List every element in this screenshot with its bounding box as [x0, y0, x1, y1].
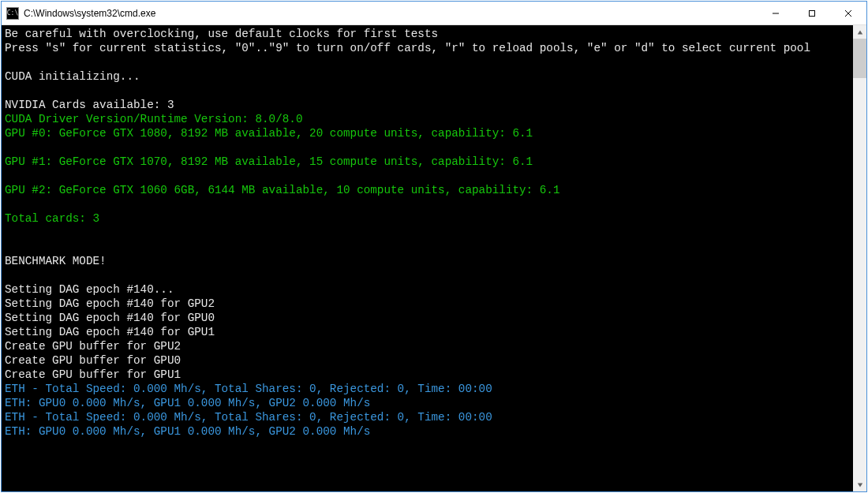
terminal-line: Press "s" for current statistics, "0".."…	[5, 41, 853, 55]
terminal-line: Create GPU buffer for GPU1	[5, 368, 853, 382]
terminal-line	[5, 197, 853, 211]
terminal-line: Create GPU buffer for GPU0	[5, 353, 853, 368]
terminal-line: CUDA initializing...	[5, 69, 853, 84]
terminal-line	[5, 226, 853, 240]
terminal-line: Setting DAG epoch #140 for GPU0	[5, 311, 853, 325]
terminal-line: Total cards: 3	[5, 211, 853, 226]
scrollbar-track[interactable]	[853, 39, 866, 478]
terminal-line: ETH - Total Speed: 0.000 Mh/s, Total Sha…	[5, 410, 853, 424]
terminal-line: NVIDIA Cards available: 3	[5, 98, 853, 112]
scroll-up-button[interactable]	[853, 25, 866, 39]
terminal-line	[5, 268, 853, 282]
close-button[interactable]	[830, 2, 866, 24]
window: C:\ C:\Windows\system32\cmd.exe Be caref…	[1, 1, 867, 492]
cmd-icon: C:\	[6, 7, 19, 20]
svg-marker-5	[857, 483, 862, 487]
svg-marker-4	[857, 30, 862, 34]
scrollbar-thumb[interactable]	[853, 39, 866, 78]
terminal-line: CUDA Driver Version/Runtime Version: 8.0…	[5, 112, 853, 126]
minimize-button[interactable]	[758, 2, 794, 24]
terminal-line: Setting DAG epoch #140...	[5, 282, 853, 297]
terminal-line: GPU #1: GeForce GTX 1070, 8192 MB availa…	[5, 155, 853, 169]
vertical-scrollbar[interactable]	[853, 25, 866, 491]
terminal-line	[5, 140, 853, 155]
client-area: Be careful with overclocking, use defaul…	[2, 25, 866, 491]
terminal-output[interactable]: Be careful with overclocking, use defaul…	[2, 25, 853, 491]
terminal-line: Setting DAG epoch #140 for GPU2	[5, 297, 853, 311]
scroll-down-button[interactable]	[853, 478, 866, 491]
terminal-line: Be careful with overclocking, use defaul…	[5, 27, 853, 41]
terminal-line: GPU #0: GeForce GTX 1080, 8192 MB availa…	[5, 126, 853, 140]
terminal-line: Create GPU buffer for GPU2	[5, 339, 853, 353]
svg-rect-1	[810, 10, 815, 16]
terminal-line	[5, 240, 853, 254]
terminal-line	[5, 84, 853, 98]
terminal-line	[5, 55, 853, 69]
window-title: C:\Windows\system32\cmd.exe	[24, 8, 758, 19]
titlebar[interactable]: C:\ C:\Windows\system32\cmd.exe	[2, 2, 866, 25]
terminal-line: ETH: GPU0 0.000 Mh/s, GPU1 0.000 Mh/s, G…	[5, 424, 853, 439]
terminal-line: GPU #2: GeForce GTX 1060 6GB, 6144 MB av…	[5, 183, 853, 197]
terminal-line	[5, 169, 853, 183]
terminal-line: ETH - Total Speed: 0.000 Mh/s, Total Sha…	[5, 382, 853, 396]
window-controls	[758, 2, 866, 24]
terminal-line: ETH: GPU0 0.000 Mh/s, GPU1 0.000 Mh/s, G…	[5, 396, 853, 410]
maximize-button[interactable]	[794, 2, 830, 24]
terminal-line: BENCHMARK MODE!	[5, 254, 853, 268]
terminal-line: Setting DAG epoch #140 for GPU1	[5, 325, 853, 339]
